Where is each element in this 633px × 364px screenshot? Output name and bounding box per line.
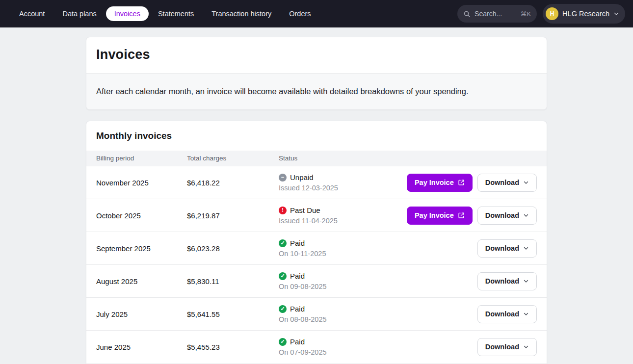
col-billing-period: Billing period (96, 155, 187, 162)
col-status: Status (279, 155, 537, 162)
status-icon: ! (279, 207, 287, 214)
status-icon: ✓ (279, 272, 287, 280)
chevron-down-icon (523, 344, 529, 350)
status-detail: On 08-08-2025 (279, 315, 477, 323)
nav-item-account[interactable]: Account (11, 6, 53, 22)
status-label: Paid (290, 272, 305, 280)
total-charges: $6,023.28 (187, 244, 279, 253)
external-link-icon (458, 179, 465, 186)
download-button[interactable]: Download (477, 207, 537, 225)
download-button[interactable]: Download (477, 305, 537, 323)
account-name: HLG Research (562, 10, 609, 18)
status-cell: − Unpaid Issued 12-03-2025 (279, 173, 407, 192)
main-content: Invoices After each calendar month, an i… (86, 37, 547, 364)
row-actions: Pay Invoice Download (407, 207, 537, 225)
search-icon (463, 10, 471, 18)
status-cell: ✓ Paid On 09-08-2025 (279, 272, 477, 290)
row-actions: Pay Invoice Download (477, 338, 537, 356)
total-charges: $6,418.22 (187, 179, 279, 187)
page-title: Invoices (96, 47, 537, 62)
status-icon: ✓ (279, 338, 287, 346)
status-icon: ✓ (279, 239, 287, 247)
table-row: July 2025 $5,641.55 ✓ Paid On 08-08-2025… (86, 297, 547, 330)
billing-period: August 2025 (96, 277, 187, 286)
account-menu[interactable]: H HLG Research (543, 4, 625, 24)
table-row: August 2025 $5,830.11 ✓ Paid On 09-08-20… (86, 264, 547, 297)
row-actions: Pay Invoice Download (477, 239, 537, 258)
pay-invoice-button[interactable]: Pay Invoice (407, 207, 473, 225)
total-charges: $5,455.23 (187, 343, 279, 351)
total-charges: $5,641.55 (187, 310, 279, 318)
status-icon: − (279, 174, 287, 182)
status-label: Past Due (290, 206, 320, 214)
status-detail: On 07-09-2025 (279, 348, 477, 356)
billing-period: June 2025 (96, 343, 187, 351)
status-label: Paid (290, 239, 305, 247)
chevron-down-icon (523, 212, 529, 218)
nav-item-data-plans[interactable]: Data plans (54, 6, 105, 22)
invoices-card-header: Invoices (86, 37, 547, 73)
search-placeholder: Search... (475, 10, 516, 18)
total-charges: $6,219.87 (187, 211, 279, 220)
chevron-down-icon (523, 311, 529, 317)
chevron-down-icon (613, 11, 619, 17)
avatar: H (546, 7, 558, 20)
table-row: November 2025 $6,418.22 − Unpaid Issued … (86, 166, 547, 199)
status-cell: ✓ Paid On 08-08-2025 (279, 305, 477, 323)
row-actions: Pay Invoice Download (477, 305, 537, 323)
external-link-icon (458, 212, 465, 219)
invoice-rows: November 2025 $6,418.22 − Unpaid Issued … (86, 166, 547, 364)
monthly-invoices-header: Monthly invoices (86, 121, 547, 151)
status-detail: Issued 11-04-2025 (279, 217, 407, 225)
status-cell: ✓ Paid On 10-11-2025 (279, 239, 477, 258)
search-input[interactable]: Search... ⌘K (457, 5, 537, 23)
nav-item-transaction-history[interactable]: Transaction history (203, 6, 280, 22)
status-cell: ! Past Due Issued 11-04-2025 (279, 206, 407, 225)
status-detail: Issued 12-03-2025 (279, 184, 407, 192)
status-label: Paid (290, 305, 305, 313)
invoices-card: Invoices After each calendar month, an i… (86, 37, 547, 110)
col-total-charges: Total charges (187, 155, 279, 162)
total-charges: $5,830.11 (187, 277, 279, 286)
pay-invoice-button[interactable]: Pay Invoice (407, 174, 473, 192)
download-button[interactable]: Download (477, 174, 537, 192)
billing-period: September 2025 (96, 244, 187, 253)
download-button[interactable]: Download (477, 239, 537, 258)
search-shortcut: ⌘K (520, 10, 531, 18)
status-detail: On 09-08-2025 (279, 283, 477, 290)
status-label: Paid (290, 338, 305, 346)
monthly-invoices-title: Monthly invoices (96, 130, 537, 141)
primary-nav: AccountData plansInvoicesStatementsTrans… (11, 6, 319, 22)
status-label: Unpaid (290, 173, 314, 182)
monthly-invoices-card: Monthly invoices Billing period Total ch… (86, 121, 547, 364)
billing-period: November 2025 (96, 179, 187, 187)
invoices-description: After each calendar month, an invoice wi… (86, 73, 547, 109)
topbar: AccountData plansInvoicesStatementsTrans… (0, 0, 633, 27)
row-actions: Pay Invoice Download (407, 174, 537, 192)
chevron-down-icon (523, 245, 529, 251)
download-button[interactable]: Download (477, 272, 537, 290)
nav-item-invoices[interactable]: Invoices (106, 6, 149, 22)
chevron-down-icon (523, 278, 529, 284)
nav-item-statements[interactable]: Statements (150, 6, 202, 22)
table-row: September 2025 $6,023.28 ✓ Paid On 10-11… (86, 232, 547, 264)
table-header-row: Billing period Total charges Status (86, 151, 547, 166)
nav-item-orders[interactable]: Orders (281, 6, 319, 22)
billing-period: October 2025 (96, 211, 187, 220)
table-row: June 2025 $5,455.23 ✓ Paid On 07-09-2025… (86, 330, 547, 363)
row-actions: Pay Invoice Download (477, 272, 537, 290)
chevron-down-icon (523, 180, 529, 185)
billing-period: July 2025 (96, 310, 187, 318)
status-cell: ✓ Paid On 07-09-2025 (279, 338, 477, 356)
download-button[interactable]: Download (477, 338, 537, 356)
status-icon: ✓ (279, 305, 287, 313)
table-row: October 2025 $6,219.87 ! Past Due Issued… (86, 199, 547, 232)
status-detail: On 10-11-2025 (279, 250, 477, 258)
topbar-right: Search... ⌘K H HLG Research (457, 4, 625, 24)
